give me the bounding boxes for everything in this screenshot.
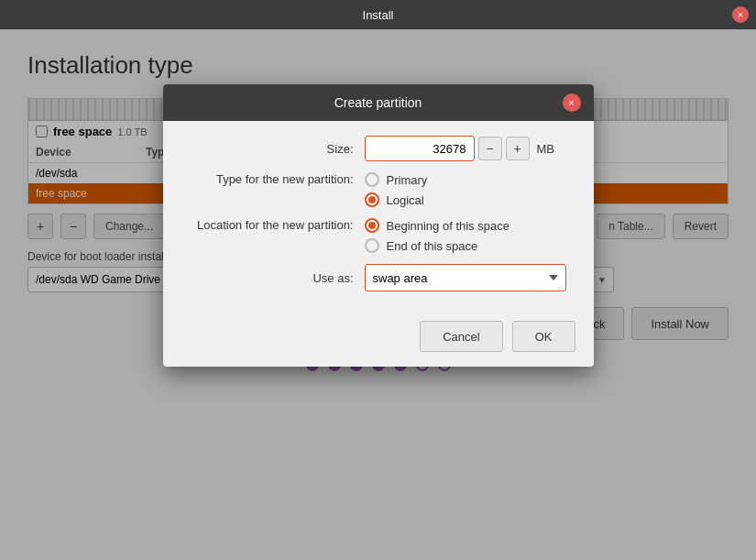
location-end[interactable]: End of this space <box>365 238 575 253</box>
window-title: Install <box>363 8 394 22</box>
modal-overlay: Create partition × Size: 32678 − + MB <box>0 29 756 560</box>
dialog-title-bar: Create partition × <box>163 84 594 121</box>
primary-radio-label: Primary <box>387 173 428 187</box>
partition-type-logical[interactable]: Logical <box>365 192 575 207</box>
close-icon: × <box>738 9 743 20</box>
dialog-close-button[interactable]: × <box>563 93 581 112</box>
end-radio-circle <box>365 238 379 253</box>
dialog-title: Create partition <box>194 95 563 110</box>
size-input[interactable]: 32678 <box>365 136 475 161</box>
location-beginning[interactable]: Beginning of this space <box>365 218 575 233</box>
size-input-group: 32678 − + MB <box>365 136 575 161</box>
partition-type-label: Type for the new partition: <box>181 172 365 186</box>
dialog-body: Size: 32678 − + MB Type for the new part… <box>163 121 594 321</box>
dialog-footer: Cancel OK <box>163 321 594 367</box>
location-label: Location for the new partition: <box>181 218 365 232</box>
location-group: Beginning of this space End of this spac… <box>365 218 575 253</box>
beginning-radio-circle <box>365 218 379 233</box>
logical-radio-circle <box>365 192 379 207</box>
size-row: Size: 32678 − + MB <box>181 136 575 161</box>
use-as-select[interactable]: swap area Ext4 journaling file system Ex… <box>365 264 566 291</box>
partition-type-group: Primary Logical <box>365 172 575 207</box>
logical-radio-label: Logical <box>387 193 424 207</box>
partition-type-row: Type for the new partition: Primary Logi… <box>181 172 575 207</box>
cancel-button[interactable]: Cancel <box>420 321 502 352</box>
use-as-control: swap area Ext4 journaling file system Ex… <box>365 264 575 291</box>
window-close-button[interactable]: × <box>732 6 749 23</box>
use-as-row: Use as: swap area Ext4 journaling file s… <box>181 264 575 291</box>
size-decrement-button[interactable]: − <box>478 137 502 160</box>
size-label: Size: <box>181 142 365 156</box>
beginning-radio-label: Beginning of this space <box>387 219 509 233</box>
end-radio-label: End of this space <box>387 239 478 253</box>
title-bar: Install × <box>0 0 756 29</box>
create-partition-dialog: Create partition × Size: 32678 − + MB <box>163 84 594 367</box>
partition-type-primary[interactable]: Primary <box>365 172 575 187</box>
main-content: Installation type free space 1.0 TB Devi… <box>0 29 756 560</box>
size-increment-button[interactable]: + <box>506 137 530 160</box>
location-row: Location for the new partition: Beginnin… <box>181 218 575 253</box>
use-as-label: Use as: <box>181 271 365 285</box>
ok-button[interactable]: OK <box>512 321 575 352</box>
dialog-close-icon: × <box>568 97 574 108</box>
size-unit: MB <box>537 142 555 156</box>
primary-radio-circle <box>365 172 379 187</box>
